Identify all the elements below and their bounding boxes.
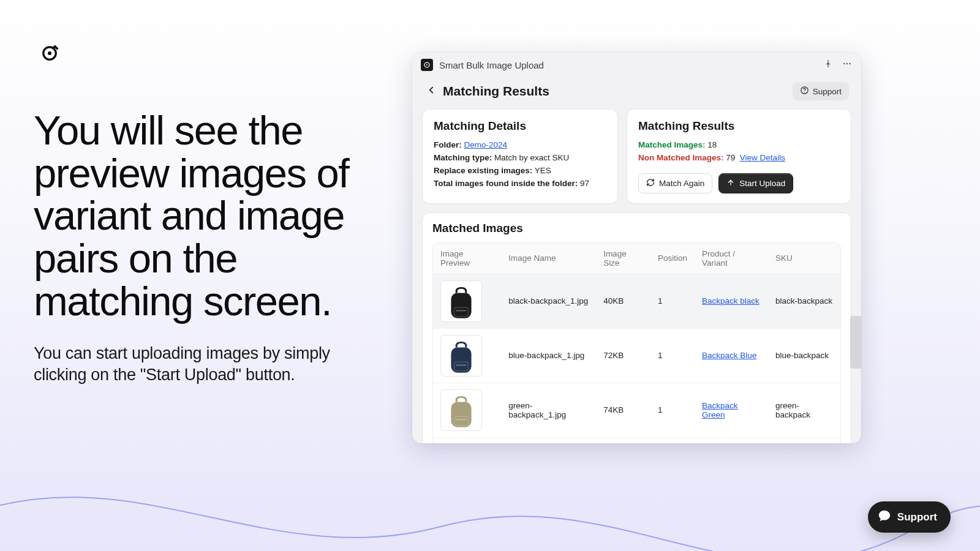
image-sku: black-backpack (768, 274, 840, 328)
replace-value: YES (535, 166, 551, 175)
support-button-label: Support (813, 87, 842, 96)
matching-type-value: Match by exact SKU (494, 153, 569, 162)
col-size: Image Size (596, 243, 650, 274)
scrollbar-thumb[interactable] (850, 316, 861, 369)
image-size: 72KB (596, 328, 650, 383)
marketing-headline: You will see the preview images of varia… (34, 109, 377, 322)
upload-icon (726, 178, 735, 189)
matched-images-table: Image Preview Image Name Image Size Posi… (433, 243, 840, 443)
back-arrow-icon[interactable] (426, 84, 437, 99)
product-link[interactable]: Backpack Green (702, 401, 738, 419)
svg-rect-14 (456, 364, 467, 365)
view-details-link[interactable]: View Details (740, 153, 785, 162)
image-size: 40KB (596, 274, 650, 328)
help-icon (800, 86, 809, 97)
image-sku: green-backpack (768, 383, 840, 437)
support-button[interactable]: Support (793, 82, 849, 100)
more-icon[interactable] (842, 59, 853, 71)
image-position: 1 (650, 328, 695, 383)
refresh-icon (646, 178, 655, 189)
image-name: women_bag_1.jpg (501, 437, 596, 443)
total-value: 97 (580, 179, 589, 188)
start-upload-label: Start Upload (739, 179, 785, 188)
image-name: black-backpack_1.jpg (501, 274, 596, 328)
image-size: 32KB (596, 437, 650, 443)
non-matched-label: Non Matched Images: (638, 153, 724, 162)
image-position: 1 (650, 383, 695, 437)
matching-type-label: Matching type: (434, 153, 492, 162)
svg-rect-11 (456, 310, 467, 311)
svg-rect-17 (456, 419, 467, 420)
table-row[interactable]: blue-backpack_1.jpg72KB1Backpack Blueblu… (433, 328, 840, 383)
app-title: Smart Bulk Image Upload (439, 60, 817, 70)
svg-point-8 (804, 92, 805, 92)
col-position: Position (650, 243, 695, 274)
page-heading: Matching Results (443, 84, 793, 99)
details-heading: Matching Details (434, 119, 606, 133)
chat-icon (878, 509, 891, 525)
svg-point-1 (48, 51, 51, 55)
image-thumbnail (440, 280, 482, 322)
image-position: 1 (650, 437, 695, 443)
svg-rect-13 (454, 362, 469, 371)
app-window: Smart Bulk Image Upload Matching Results… (412, 53, 861, 443)
pin-icon[interactable] (823, 59, 833, 71)
matched-label: Matched Images: (638, 140, 706, 149)
table-row[interactable]: black-backpack_1.jpg40KB1Backpack blackb… (433, 274, 840, 328)
col-product: Product / Variant (695, 243, 768, 274)
image-name: blue-backpack_1.jpg (501, 328, 596, 383)
image-thumbnail (440, 389, 482, 431)
product-link[interactable]: Backpack black (702, 296, 760, 305)
image-position: 1 (650, 274, 695, 328)
matching-results-card: Matching Results Matched Images: 18 Non … (627, 109, 851, 204)
image-sku: blue-backpack (768, 328, 840, 383)
svg-rect-10 (454, 307, 469, 317)
non-matched-value: 79 (726, 153, 735, 162)
product-link[interactable]: Backpack Blue (702, 351, 756, 360)
svg-point-5 (846, 63, 848, 64)
title-bar: Smart Bulk Image Upload (412, 53, 861, 73)
marketing-subheadline: You can start uploading images by simply… (34, 343, 371, 386)
matched-value: 18 (707, 140, 717, 149)
image-size: 74KB (596, 383, 650, 437)
image-thumbnail (440, 335, 482, 377)
results-heading: Matching Results (638, 119, 840, 133)
total-label: Total images found inside the folder: (434, 179, 578, 188)
svg-point-4 (843, 63, 845, 64)
table-row[interactable]: women_bag_1.jpg32KB1Bagwomen_bag (433, 437, 840, 443)
svg-point-3 (426, 64, 428, 66)
matched-images-panel: Matched Images Image Preview Image Name … (422, 212, 851, 443)
svg-point-6 (849, 63, 850, 64)
table-heading: Matched Images (432, 222, 841, 235)
app-badge-icon (421, 59, 433, 71)
folder-link[interactable]: Demo-2024 (464, 140, 508, 149)
col-preview: Image Preview (433, 243, 501, 274)
support-fab[interactable]: Support (868, 501, 951, 533)
match-again-label: Match Again (659, 179, 704, 188)
svg-rect-16 (454, 416, 469, 425)
replace-label: Replace existing images: (434, 166, 532, 175)
col-name: Image Name (501, 243, 596, 274)
col-sku: SKU (768, 243, 840, 274)
image-sku: women_bag (768, 437, 840, 443)
folder-label: Folder: (434, 140, 462, 149)
support-fab-label: Support (897, 511, 937, 523)
brand-logo (40, 44, 59, 65)
matching-details-card: Matching Details Folder: Demo-2024 Match… (422, 109, 618, 204)
table-row[interactable]: green-backpack_1.jpg74KB1Backpack Greeng… (433, 383, 840, 437)
match-again-button[interactable]: Match Again (638, 173, 712, 193)
start-upload-button[interactable]: Start Upload (718, 173, 793, 193)
image-name: green-backpack_1.jpg (501, 383, 596, 437)
